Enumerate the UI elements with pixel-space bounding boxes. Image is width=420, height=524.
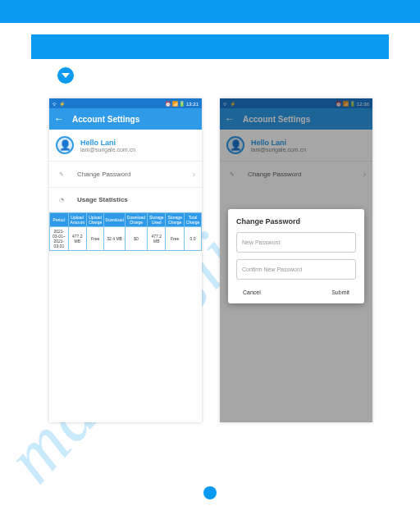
submit-button[interactable]: Submit	[331, 289, 349, 295]
td-download: 32.4 MB	[104, 227, 125, 251]
th-storage-used: Storage Used	[148, 213, 166, 227]
table-row: 2021-03-01~ 2021-03-31 477.2 MB Free 32.…	[50, 227, 202, 251]
confirm-password-input[interactable]: Confirm New Password	[236, 259, 356, 280]
usage-table: Period Upload Amount Upload Charge Downl…	[49, 212, 202, 251]
change-password-row[interactable]: ✎ Change Password ›	[49, 161, 202, 187]
status-bar: ᯤ ⚡ ⏰ 📶 🔋 13:21	[49, 98, 202, 108]
td-upload-amount: 477.2 MB	[68, 227, 86, 251]
phone-screenshots: ᯤ ⚡ ⏰ 📶 🔋 13:21 ← Account Settings 👤 Hel…	[49, 98, 420, 422]
dialog-title: Change Password	[236, 217, 356, 226]
banner	[31, 34, 389, 59]
th-download-charge: Download Charge	[125, 213, 147, 227]
pencil-icon: ✎	[56, 171, 67, 178]
usage-title: Usage Statistics	[77, 196, 128, 203]
table-header-row: Period Upload Amount Upload Charge Downl…	[50, 213, 202, 227]
status-right: ⏰ 📶 🔋 13:21	[165, 101, 199, 107]
new-password-input[interactable]: New Password	[236, 232, 356, 253]
th-total-charge: Total Charge	[185, 213, 202, 227]
chevron-right-icon: ›	[193, 170, 195, 179]
status-left: ᯤ ⚡	[52, 101, 65, 107]
user-email: lani@sungale.com.cn	[80, 147, 135, 153]
td-download-charge: $0	[125, 227, 147, 251]
avatar: 👤	[56, 136, 74, 154]
td-storage-used: 477.2 MB	[148, 227, 166, 251]
usage-statistics-row: ◔ Usage Statistics	[49, 187, 202, 212]
th-storage-charge: Storage Charge	[166, 213, 185, 227]
phone-right: ᯤ ⚡ ⏰ 📶 🔋 12:36 ← Account Settings 👤 Hel…	[220, 98, 372, 422]
td-total-charge: 0.0	[185, 227, 202, 251]
th-upload-amount: Upload Amount	[68, 213, 86, 227]
stats-icon: ◔	[56, 197, 67, 203]
user-row: 👤 Hello Lani lani@sungale.com.cn	[49, 130, 202, 161]
th-upload-charge: Upload Charge	[86, 213, 104, 227]
dropdown-icon	[57, 67, 74, 84]
cancel-button[interactable]: Cancel	[243, 289, 261, 295]
change-password-dialog: Change Password New Password Confirm New…	[228, 209, 364, 303]
phone-left: ᯤ ⚡ ⏰ 📶 🔋 13:21 ← Account Settings 👤 Hel…	[49, 98, 202, 422]
td-storage-charge: Free	[166, 227, 185, 251]
dropdown-bullet	[57, 67, 420, 87]
dialog-actions: Cancel Submit	[236, 286, 356, 295]
change-password-label: Change Password	[77, 171, 183, 178]
page-title: Account Settings	[72, 115, 139, 124]
top-bar	[0, 0, 420, 23]
user-name: Hello Lani	[80, 139, 135, 147]
page-indicator	[203, 486, 217, 499]
th-period: Period	[50, 213, 69, 227]
back-icon[interactable]: ←	[54, 113, 64, 125]
th-download: Download	[104, 213, 125, 227]
td-period: 2021-03-01~ 2021-03-31	[50, 227, 69, 251]
td-upload-charge: Free	[86, 227, 104, 251]
app-bar: ← Account Settings	[49, 108, 202, 130]
